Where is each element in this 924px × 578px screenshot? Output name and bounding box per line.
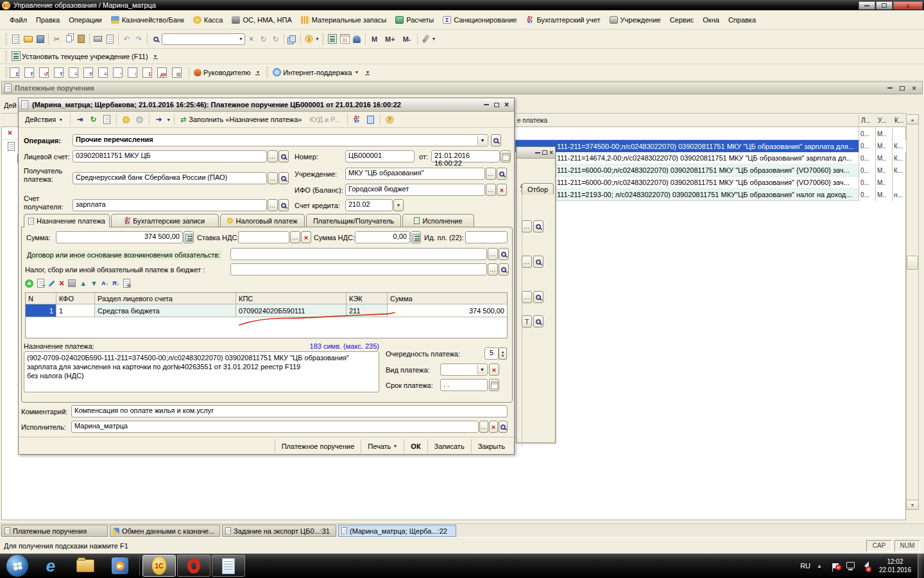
tax-choose-button[interactable]: … [488,263,498,276]
close-button[interactable]: x [893,1,923,10]
operation-combo[interactable]: Прочие перечисления▼ [73,134,488,146]
menu-service[interactable]: Сервис [665,14,699,26]
redo-icon[interactable]: ↷ [133,33,145,45]
find-next-icon[interactable]: ↻ [257,33,270,45]
help-icon[interactable]: ? [384,114,396,125]
internet-support-button[interactable]: Интернет-поддержка [283,69,352,76]
copy-row-icon[interactable]: + [37,279,44,288]
list-row[interactable]: 111-211=6000-00;л/с02483022070) 03902081… [515,177,859,189]
grid-header-kfo[interactable]: КФО [56,293,95,304]
grid-header-sum[interactable]: Сумма [388,293,507,304]
tax-lookup-button[interactable] [499,263,509,276]
journal-icon-3[interactable]: ↺ [39,67,49,78]
print-preview-icon[interactable] [104,33,116,45]
payment-type-combo[interactable]: ▼ [440,363,488,376]
grid-cell-section[interactable]: Средства бюджета [95,304,236,317]
close-dialog-button[interactable]: Закрыть [471,439,511,453]
institution-field[interactable]: МКУ "ЦБ образования" [345,168,485,180]
payment-term-calendar-button[interactable] [489,379,499,391]
filter-lookup-button[interactable] [533,256,543,268]
memory-m-button[interactable]: M [368,35,381,43]
copy-icon[interactable] [63,33,75,45]
sum-calc-button[interactable] [184,231,194,243]
list-header-purpose[interactable]: е платежа [517,117,547,124]
mdi-tab-payment-orders[interactable]: Платежные поручения [1,525,108,537]
list-cell[interactable]: К... [892,152,906,164]
dtkt-icon[interactable]: ДтКт [351,114,363,125]
toolbar-grip[interactable] [5,33,7,45]
payee-choose-button[interactable]: … [268,172,278,184]
toolbar-grip[interactable] [322,33,324,45]
filter-choose-button[interactable]: … [522,220,532,232]
executor-choose-button[interactable]: … [479,421,488,433]
info-icon[interactable]: i [303,33,315,45]
credit-account-combo[interactable]: 210.02 [345,199,393,211]
menu-accounting[interactable]: ДтКтБухгалтерский учет [521,14,604,26]
calculator-icon[interactable] [327,33,339,45]
kud-button[interactable]: КУД и Р... [305,116,343,123]
priority-spinner[interactable]: ▲▼ [499,347,507,360]
output-icon[interactable]: ➜ [153,114,165,125]
tab-purpose[interactable]: Назначение платежа [24,214,110,227]
menu-authorization[interactable]: ΣСанкционирование [438,14,521,26]
grid-settings-icon[interactable]: ✱ [123,279,130,288]
minimize-button[interactable] [859,1,875,10]
journal-icon-1[interactable]: Σ [10,67,19,78]
list-row[interactable]: 111-211=14674,2-00;л/с02483022070) 03902… [515,152,859,164]
post-document-icon[interactable] [120,114,132,125]
language-indicator[interactable]: RU [800,562,810,570]
mdi-close-button[interactable]: × [909,83,920,92]
filter-maximize-button[interactable] [542,150,547,155]
menu-operations[interactable]: Операции [64,14,106,26]
list-cell[interactable] [892,128,906,140]
filter-choose-button[interactable]: … [522,291,532,303]
new-document-icon[interactable] [10,33,22,45]
number-field[interactable]: ЦБ000001 [345,150,415,162]
filter-choose-button[interactable]: … [522,256,532,268]
journal-icon-4[interactable]: Т [54,67,64,78]
add-row-icon[interactable]: + [25,279,33,288]
list-actions-menu-partial[interactable]: Дей [4,101,17,109]
mdi-tab-export-task[interactable]: Задание на экспорт ЦБ0...:31 [222,525,336,537]
opera-browser-icon[interactable] [177,555,210,577]
menu-inventory[interactable]: Материальные запасы [296,14,391,26]
ok-button[interactable]: ОК [404,439,427,453]
list-cell[interactable]: н... [892,189,906,201]
filter-close-button[interactable]: × [549,149,553,156]
volume-muted-icon[interactable]: × [862,561,869,570]
list-cell[interactable]: 0... [859,152,875,164]
mdi-restore-button[interactable] [896,83,907,92]
list-cell[interactable]: М.. [875,140,892,152]
list-cell[interactable]: М.. [875,164,892,177]
dialog-close-button[interactable]: × [504,100,509,109]
ifo-field[interactable]: Городской бюджет [345,184,485,196]
print-icon[interactable] [92,33,104,45]
executor-lookup-button[interactable] [499,421,508,433]
executor-field[interactable]: Марина_матрца [71,421,479,433]
menu-assets[interactable]: ОС, НМА, НПА [227,14,296,26]
list-cell[interactable]: 0... [859,164,875,177]
operation-dropdown-icon[interactable]: ▼ [477,136,487,145]
grid-cell-sum[interactable]: 374 500,00 [388,304,507,317]
menu-treasury-bank[interactable]: Казначейство/Банк [107,14,189,26]
account-field[interactable]: 039020811751 МКУ ЦБ [73,150,267,162]
institution-lookup-button[interactable] [497,168,507,180]
toolbar-grip[interactable] [5,67,7,78]
list-cell[interactable]: 0... [859,140,875,152]
filter-lookup-button[interactable] [533,291,543,303]
info-dropdown-icon[interactable]: ▼ [315,37,320,41]
filter-lookup-button[interactable] [533,315,543,328]
user-permissions-icon[interactable] [351,33,363,45]
cut-icon[interactable]: ✂ [51,33,63,45]
open-icon[interactable] [22,33,34,45]
tab-tax-payment[interactable]: Налоговый платеж [220,214,305,227]
filter-tab[interactable]: Отбор [522,183,554,195]
account-choose-button[interactable]: … [268,150,278,162]
save-icon[interactable] [34,33,46,45]
menu-file[interactable]: Файл [5,14,31,26]
grid-header-section[interactable]: Раздел лицевого счета [95,293,236,304]
journal-icon-7[interactable]: ≡ [98,67,108,78]
date-field[interactable]: 21.01.2016 16:00:22 [431,150,500,162]
delete-row-icon[interactable]: × [59,279,64,287]
mdi-tab-treasury-exchange[interactable]: Обмен данными с казначе... [110,525,220,537]
